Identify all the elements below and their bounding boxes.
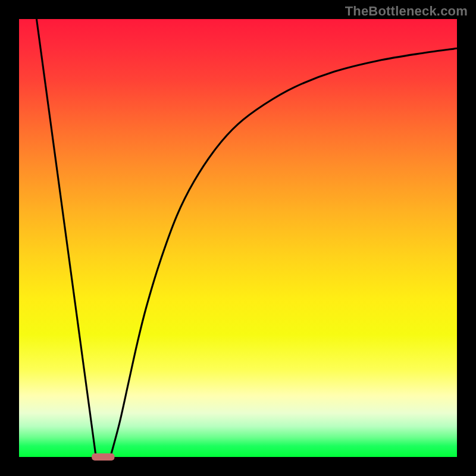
curve-left-descent	[36, 19, 95, 455]
watermark-text: TheBottleneck.com	[345, 4, 468, 19]
curve-right-ascent	[111, 48, 457, 455]
chart-plot-area	[19, 19, 457, 457]
floor-marker	[92, 453, 114, 461]
chart-svg	[19, 19, 457, 457]
chart-stage: TheBottleneck.com	[0, 0, 476, 476]
